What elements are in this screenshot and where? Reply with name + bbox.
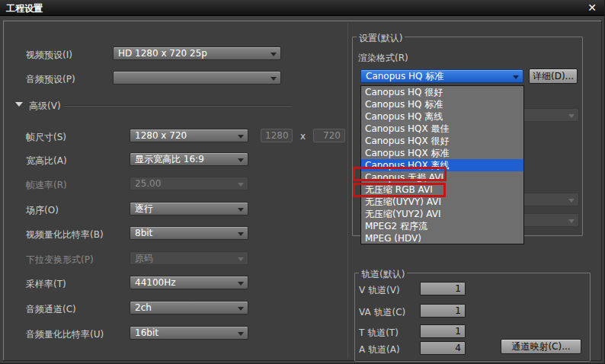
frame-width-field: 1280 xyxy=(261,129,293,142)
tracks-group-title: 轨道(默认) xyxy=(359,268,407,281)
list-item[interactable]: 无压缩(YUY2) AVI xyxy=(361,208,523,220)
pulldown-type-label: 下拉变换形式(P) xyxy=(26,254,94,267)
chevron-down-icon xyxy=(270,77,277,81)
list-item[interactable]: Canopus HQX 标准 xyxy=(361,147,523,159)
chevron-down-icon xyxy=(513,75,519,79)
chevron-down-icon xyxy=(238,332,244,336)
frame-size-separator: x xyxy=(300,131,306,142)
sample-rate-value: 44100Hz xyxy=(135,277,176,288)
chevron-down-icon xyxy=(238,257,244,261)
field-order-value: 逐行 xyxy=(135,203,153,214)
audio-channels-dropdown[interactable]: 2ch xyxy=(130,301,248,315)
render-format-option-list: Canopus HQ 很好 Canopus HQ 标准 Canopus HQ 离… xyxy=(360,85,524,244)
video-bit-depth-dropdown[interactable]: 8bit xyxy=(130,226,248,240)
pulldown-type-value: 原码 xyxy=(135,253,153,263)
render-format-dropdown[interactable]: Canopus HQ 标准 xyxy=(360,69,523,83)
section-divider xyxy=(64,105,292,107)
annotation-box-rgb-avi xyxy=(353,183,446,197)
video-bit-depth-label: 视频量化比特率(B) xyxy=(26,228,104,241)
aspect-ratio-label: 宽高比(A) xyxy=(26,155,67,168)
list-item[interactable]: MPEG2 程序流 xyxy=(361,220,523,232)
chevron-down-icon xyxy=(238,232,244,236)
chevron-down-icon xyxy=(238,183,244,187)
frame-size-label: 帧尺寸(S) xyxy=(26,131,66,144)
advanced-label: 高级(V) xyxy=(29,100,61,113)
audio-bit-depth-label: 音频量化比特率(U) xyxy=(26,328,104,341)
list-item[interactable]: Canopus HQ 标准 xyxy=(361,98,523,110)
triangle-down-icon xyxy=(15,102,23,107)
project-settings-dialog: 工程设置 ✕ 视频预设(I) HD 1280 x 720 25p 音频预设(P)… xyxy=(0,0,605,364)
list-item[interactable]: Canopus HQ 很好 xyxy=(361,86,523,98)
va-track-label: VA 轨道(C) xyxy=(359,306,405,319)
render-format-label: 渲染格式(R) xyxy=(358,52,408,65)
chevron-down-icon xyxy=(238,208,244,212)
detail-button[interactable]: 详细(D)... xyxy=(529,69,578,84)
video-preset-dropdown[interactable]: HD 1280 x 720 25p xyxy=(113,46,281,60)
frame-size-dropdown[interactable]: 1280 x 720 xyxy=(130,129,248,142)
sample-rate-label: 采样率(T) xyxy=(26,278,66,291)
v-track-label: V 轨道(V) xyxy=(359,284,400,297)
aspect-ratio-value: 显示宽高比 16:9 xyxy=(135,154,204,164)
chevron-down-icon xyxy=(568,114,575,118)
sample-rate-dropdown[interactable]: 44100Hz xyxy=(130,276,248,289)
chevron-down-icon xyxy=(238,158,244,162)
a-track-field[interactable]: 4 xyxy=(420,341,466,355)
frame-rate-label: 帧速率(R) xyxy=(26,179,67,192)
va-track-field[interactable]: 1 xyxy=(420,304,466,318)
chevron-down-icon xyxy=(568,219,575,223)
chevron-down-icon xyxy=(270,53,277,56)
video-preset-label: 视频预设(I) xyxy=(26,49,72,62)
t-track-field[interactable]: 1 xyxy=(420,324,466,338)
aspect-ratio-dropdown[interactable]: 显示宽高比 16:9 xyxy=(130,152,248,166)
chevron-down-icon xyxy=(238,307,244,311)
list-item[interactable]: 无压缩(UYVY) AVI xyxy=(361,196,523,208)
audio-bit-depth-dropdown[interactable]: 16bit xyxy=(130,326,248,340)
frame-rate-value: 25.00 xyxy=(135,178,161,189)
render-format-value: Canopus HQ 标准 xyxy=(366,71,443,81)
settings-group-title: 设置(默认) xyxy=(357,32,405,45)
list-item[interactable]: MPEG (HDV) xyxy=(361,232,523,244)
pulldown-type-dropdown: 原码 xyxy=(130,251,248,265)
v-track-field[interactable]: 1 xyxy=(420,282,466,295)
panel-divider xyxy=(347,23,348,359)
list-item[interactable]: Canopus HQX 最佳 xyxy=(361,123,523,135)
audio-channels-label: 音频通道(C) xyxy=(26,303,76,316)
video-preset-value: HD 1280 x 720 25p xyxy=(118,48,207,59)
video-bit-depth-value: 8bit xyxy=(135,228,152,238)
chevron-down-icon xyxy=(238,135,244,139)
frame-edge xyxy=(3,21,4,360)
frame-size-value: 1280 x 720 xyxy=(135,130,187,141)
chevron-down-icon xyxy=(238,282,244,286)
audio-bit-depth-value: 16bit xyxy=(135,327,158,338)
list-item[interactable]: Canopus HQ 离线 xyxy=(361,110,523,123)
field-order-label: 场序(O) xyxy=(26,204,59,217)
frame-rate-dropdown: 25.00 xyxy=(130,177,248,190)
audio-preset-label: 音频预设(P) xyxy=(26,73,75,86)
dialog-title: 工程设置 xyxy=(6,2,43,15)
list-item[interactable]: Canopus HQX 很好 xyxy=(361,135,523,147)
frame-edge xyxy=(601,21,602,361)
chevron-down-icon xyxy=(568,199,575,203)
audio-preset-dropdown[interactable] xyxy=(113,71,281,85)
field-order-dropdown[interactable]: 逐行 xyxy=(130,202,248,216)
close-icon[interactable]: ✕ xyxy=(585,2,599,14)
channel-map-button[interactable]: 通道映射(C)... xyxy=(501,339,581,354)
frame-height-field: 720 xyxy=(313,129,345,142)
t-track-label: T 轨道(T) xyxy=(359,327,399,340)
frame-edge xyxy=(3,21,602,21)
annotation-box-lossless-avi xyxy=(353,167,447,181)
title-bar[interactable]: 工程设置 ✕ xyxy=(0,0,605,16)
a-track-label: A 轨道(A) xyxy=(359,343,400,356)
audio-channels-value: 2ch xyxy=(135,302,152,313)
